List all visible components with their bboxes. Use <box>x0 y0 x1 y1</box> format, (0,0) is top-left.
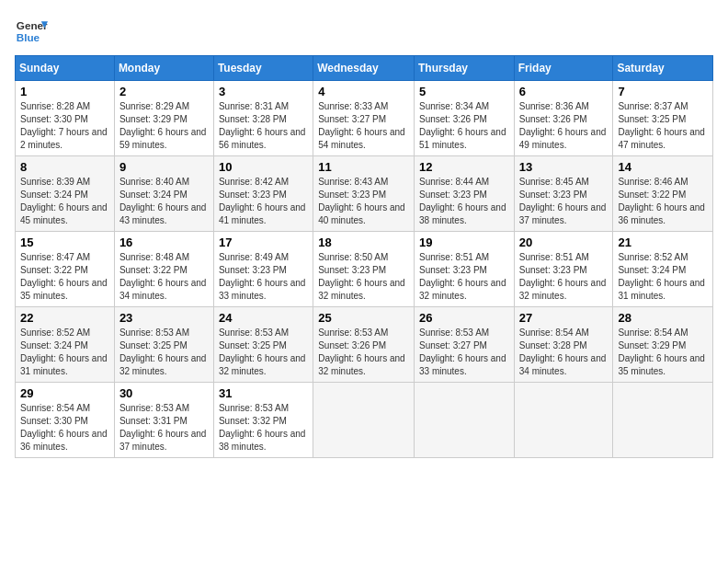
day-info: Sunrise: 8:37 AMSunset: 3:25 PMDaylight:… <box>618 100 708 152</box>
day-info: Sunrise: 8:40 AMSunset: 3:24 PMDaylight:… <box>119 176 209 227</box>
day-number: 21 <box>618 236 708 249</box>
day-number: 31 <box>219 386 308 400</box>
day-info: Sunrise: 8:42 AMSunset: 3:23 PMDaylight:… <box>219 176 308 227</box>
calendar-day-cell: 4 Sunrise: 8:33 AMSunset: 3:27 PMDayligh… <box>313 81 415 156</box>
calendar-day-cell <box>613 383 713 458</box>
day-info: Sunrise: 8:28 AMSunset: 3:30 PMDaylight:… <box>20 100 109 152</box>
calendar-day-cell <box>414 383 514 458</box>
calendar-day-cell: 9 Sunrise: 8:40 AMSunset: 3:24 PMDayligh… <box>114 156 213 232</box>
day-info: Sunrise: 8:45 AMSunset: 3:23 PMDaylight:… <box>519 176 609 227</box>
day-info: Sunrise: 8:48 AMSunset: 3:22 PMDaylight:… <box>119 251 209 303</box>
calendar-table: SundayMondayTuesdayWednesdayThursdayFrid… <box>15 55 713 458</box>
day-of-week-header: Thursday <box>414 56 514 81</box>
day-number: 3 <box>219 85 308 98</box>
calendar-day-cell: 5 Sunrise: 8:34 AMSunset: 3:26 PMDayligh… <box>414 81 514 156</box>
day-number: 28 <box>618 311 708 325</box>
day-number: 22 <box>20 311 109 325</box>
day-info: Sunrise: 8:34 AMSunset: 3:26 PMDaylight:… <box>419 100 509 152</box>
day-number: 9 <box>119 160 209 174</box>
day-info: Sunrise: 8:46 AMSunset: 3:22 PMDaylight:… <box>618 176 708 227</box>
calendar-day-cell: 13 Sunrise: 8:45 AMSunset: 3:23 PMDaylig… <box>514 156 613 232</box>
day-info: Sunrise: 8:47 AMSunset: 3:22 PMDaylight:… <box>20 251 109 303</box>
day-number: 2 <box>119 85 209 98</box>
day-of-week-header: Sunday <box>16 56 115 81</box>
calendar-day-cell: 10 Sunrise: 8:42 AMSunset: 3:23 PMDaylig… <box>213 156 313 232</box>
day-number: 16 <box>119 236 209 249</box>
calendar-day-cell: 7 Sunrise: 8:37 AMSunset: 3:25 PMDayligh… <box>613 81 713 156</box>
calendar-header-row: SundayMondayTuesdayWednesdayThursdayFrid… <box>16 56 713 81</box>
day-info: Sunrise: 8:52 AMSunset: 3:24 PMDaylight:… <box>618 251 708 303</box>
svg-text:General: General <box>17 19 48 31</box>
calendar-day-cell: 19 Sunrise: 8:51 AMSunset: 3:23 PMDaylig… <box>414 232 514 307</box>
day-info: Sunrise: 8:53 AMSunset: 3:25 PMDaylight:… <box>119 327 209 378</box>
calendar-day-cell: 25 Sunrise: 8:53 AMSunset: 3:26 PMDaylig… <box>313 307 415 383</box>
day-number: 10 <box>219 160 308 174</box>
day-number: 29 <box>20 386 109 400</box>
day-number: 7 <box>618 85 708 98</box>
calendar-day-cell <box>514 383 613 458</box>
calendar-day-cell: 26 Sunrise: 8:53 AMSunset: 3:27 PMDaylig… <box>414 307 514 383</box>
calendar-day-cell <box>313 383 415 458</box>
calendar-day-cell: 2 Sunrise: 8:29 AMSunset: 3:29 PMDayligh… <box>114 81 213 156</box>
calendar-day-cell: 17 Sunrise: 8:49 AMSunset: 3:23 PMDaylig… <box>213 232 313 307</box>
day-info: Sunrise: 8:43 AMSunset: 3:23 PMDaylight:… <box>318 176 409 227</box>
day-number: 4 <box>318 85 409 98</box>
day-number: 23 <box>119 311 209 325</box>
calendar-day-cell: 6 Sunrise: 8:36 AMSunset: 3:26 PMDayligh… <box>514 81 613 156</box>
day-number: 19 <box>419 236 509 249</box>
day-of-week-header: Friday <box>514 56 613 81</box>
day-number: 20 <box>519 236 609 249</box>
calendar-week-row: 8 Sunrise: 8:39 AMSunset: 3:24 PMDayligh… <box>16 156 713 232</box>
calendar-day-cell: 20 Sunrise: 8:51 AMSunset: 3:23 PMDaylig… <box>514 232 613 307</box>
day-number: 25 <box>318 311 409 325</box>
calendar-day-cell: 22 Sunrise: 8:52 AMSunset: 3:24 PMDaylig… <box>16 307 115 383</box>
calendar-day-cell: 29 Sunrise: 8:54 AMSunset: 3:30 PMDaylig… <box>16 383 115 458</box>
day-of-week-header: Wednesday <box>313 56 415 81</box>
day-number: 13 <box>519 160 609 174</box>
day-info: Sunrise: 8:53 AMSunset: 3:27 PMDaylight:… <box>419 327 509 378</box>
day-number: 12 <box>419 160 509 174</box>
day-info: Sunrise: 8:51 AMSunset: 3:23 PMDaylight:… <box>419 251 509 303</box>
day-of-week-header: Tuesday <box>213 56 313 81</box>
day-number: 17 <box>219 236 308 249</box>
calendar-day-cell: 11 Sunrise: 8:43 AMSunset: 3:23 PMDaylig… <box>313 156 415 232</box>
day-info: Sunrise: 8:52 AMSunset: 3:24 PMDaylight:… <box>20 327 109 378</box>
day-info: Sunrise: 8:44 AMSunset: 3:23 PMDaylight:… <box>419 176 509 227</box>
day-number: 6 <box>519 85 609 98</box>
calendar-week-row: 15 Sunrise: 8:47 AMSunset: 3:22 PMDaylig… <box>16 232 713 307</box>
logo-icon: General Blue <box>15 15 48 48</box>
day-number: 5 <box>419 85 509 98</box>
calendar-day-cell: 23 Sunrise: 8:53 AMSunset: 3:25 PMDaylig… <box>114 307 213 383</box>
day-number: 24 <box>219 311 308 325</box>
day-info: Sunrise: 8:50 AMSunset: 3:23 PMDaylight:… <box>318 251 409 303</box>
calendar-day-cell: 27 Sunrise: 8:54 AMSunset: 3:28 PMDaylig… <box>514 307 613 383</box>
day-info: Sunrise: 8:49 AMSunset: 3:23 PMDaylight:… <box>219 251 308 303</box>
day-info: Sunrise: 8:53 AMSunset: 3:25 PMDaylight:… <box>219 327 308 378</box>
day-info: Sunrise: 8:54 AMSunset: 3:29 PMDaylight:… <box>618 327 708 378</box>
calendar-day-cell: 24 Sunrise: 8:53 AMSunset: 3:25 PMDaylig… <box>213 307 313 383</box>
day-info: Sunrise: 8:54 AMSunset: 3:30 PMDaylight:… <box>20 402 109 454</box>
calendar-week-row: 22 Sunrise: 8:52 AMSunset: 3:24 PMDaylig… <box>16 307 713 383</box>
calendar-day-cell: 1 Sunrise: 8:28 AMSunset: 3:30 PMDayligh… <box>16 81 115 156</box>
day-number: 26 <box>419 311 509 325</box>
day-info: Sunrise: 8:31 AMSunset: 3:28 PMDaylight:… <box>219 100 308 152</box>
day-info: Sunrise: 8:29 AMSunset: 3:29 PMDaylight:… <box>119 100 209 152</box>
day-info: Sunrise: 8:33 AMSunset: 3:27 PMDaylight:… <box>318 100 409 152</box>
day-info: Sunrise: 8:51 AMSunset: 3:23 PMDaylight:… <box>519 251 609 303</box>
calendar-day-cell: 31 Sunrise: 8:53 AMSunset: 3:32 PMDaylig… <box>213 383 313 458</box>
day-number: 27 <box>519 311 609 325</box>
calendar-day-cell: 28 Sunrise: 8:54 AMSunset: 3:29 PMDaylig… <box>613 307 713 383</box>
day-number: 1 <box>20 85 109 98</box>
day-info: Sunrise: 8:36 AMSunset: 3:26 PMDaylight:… <box>519 100 609 152</box>
calendar-day-cell: 18 Sunrise: 8:50 AMSunset: 3:23 PMDaylig… <box>313 232 415 307</box>
svg-text:Blue: Blue <box>17 31 40 43</box>
day-of-week-header: Monday <box>114 56 213 81</box>
calendar-day-cell: 8 Sunrise: 8:39 AMSunset: 3:24 PMDayligh… <box>16 156 115 232</box>
calendar-day-cell: 30 Sunrise: 8:53 AMSunset: 3:31 PMDaylig… <box>114 383 213 458</box>
day-number: 30 <box>119 386 209 400</box>
day-number: 8 <box>20 160 109 174</box>
calendar-week-row: 29 Sunrise: 8:54 AMSunset: 3:30 PMDaylig… <box>16 383 713 458</box>
logo: General Blue <box>15 15 48 48</box>
calendar-day-cell: 14 Sunrise: 8:46 AMSunset: 3:22 PMDaylig… <box>613 156 713 232</box>
day-info: Sunrise: 8:53 AMSunset: 3:32 PMDaylight:… <box>219 402 308 454</box>
